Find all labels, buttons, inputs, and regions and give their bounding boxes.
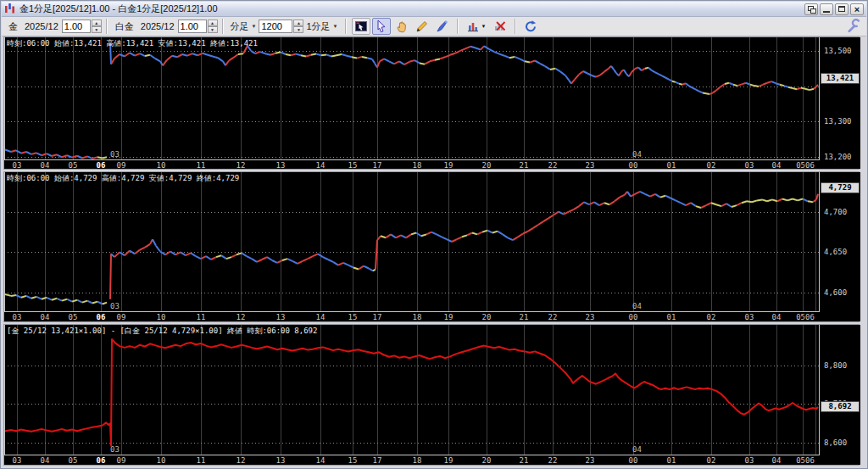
current-price-box: 4,729 — [821, 182, 860, 193]
chart-delete-button[interactable] — [491, 18, 509, 35]
pencil-draw-button[interactable] — [413, 18, 431, 35]
x-axis-label: 13 — [276, 456, 286, 465]
gold-ratio-input[interactable] — [62, 20, 91, 33]
chart-pane-2[interactable]: 時刻:06:00 始値:4,729 高値:4,729 安値:4,729 終値:4… — [3, 171, 860, 322]
spin-down-icon: ▼ — [293, 26, 303, 33]
minimize-button[interactable] — [820, 3, 833, 15]
platinum-label: 白金 — [115, 20, 134, 33]
platinum-contract-label[interactable]: 2025/12 — [141, 21, 175, 31]
x-axis-label: 01 — [667, 313, 676, 321]
price-plot[interactable] — [4, 37, 820, 160]
x-axis-label: 13 — [276, 161, 286, 170]
close-button[interactable]: × — [850, 3, 864, 15]
x-axis-label: 19 — [444, 456, 453, 465]
x-axis-label: 14 — [316, 456, 326, 465]
x-axis: 0304050609101112131415171819202122230001… — [4, 455, 820, 466]
y-axis-gutter: 4,7004,6504,6004,729 — [821, 172, 860, 321]
refresh-button[interactable] — [521, 18, 540, 35]
day-label: 04 — [632, 302, 642, 310]
gold-contract-label[interactable]: 2025/12 — [25, 21, 58, 31]
x-axis-label: 22 — [548, 456, 558, 465]
x-axis-label: 09 — [117, 161, 126, 170]
bar-chart-icon — [466, 20, 480, 33]
chevron-down-icon: ▼ — [252, 24, 257, 29]
x-axis-label: 18 — [413, 456, 422, 465]
pane-info-line: [金 25/12 13,421×1.00] - [白金 25/12 4,729×… — [7, 326, 317, 337]
bars-count-stepper[interactable]: ▲▼ — [293, 20, 303, 33]
cursor-select-button[interactable] — [372, 18, 391, 35]
toolbar-separator — [457, 19, 459, 34]
minimize-icon — [823, 11, 830, 13]
x-axis-label: 11 — [197, 456, 206, 465]
y-axis-label: 8,600 — [824, 438, 847, 447]
x-axis-label: 15 — [348, 161, 358, 170]
y-axis-label: 13,500 — [824, 47, 852, 55]
x-axis-label: 10 — [157, 313, 166, 321]
refresh-icon — [524, 20, 537, 33]
x-axis-label: 22 — [548, 161, 558, 170]
x-axis-label: 04 — [772, 313, 782, 321]
toolbar-separator — [106, 19, 108, 34]
toolbar-separator — [515, 19, 516, 34]
timeframe-dropdown[interactable]: 1分足▼ — [306, 20, 337, 33]
x-axis-label: 12 — [236, 161, 246, 170]
period-type-dropdown[interactable]: 分足▼ — [231, 20, 257, 33]
title-bar[interactable]: 金1分足[2025/12]1.00 - 白金1分足[2025/12]1.00 × — [2, 2, 866, 17]
x-axis-label: 06 — [97, 313, 106, 321]
y-axis-label: 13,200 — [824, 153, 852, 161]
x-axis-label: 23 — [586, 161, 595, 170]
chart-area: 時刻:06:00 始値:13,421 高値:13,421 安値:13,421 終… — [3, 36, 860, 466]
x-axis-label: 03 — [13, 161, 22, 170]
x-axis-label: 0506 — [796, 161, 815, 170]
spin-down-icon: ▼ — [208, 26, 218, 33]
x-axis-label: 04 — [41, 456, 50, 465]
day-label: 04 — [632, 445, 642, 454]
gold-ratio-stepper[interactable]: ▲▼ — [92, 20, 102, 33]
spin-up-icon: ▲ — [92, 20, 102, 26]
settings-wrench-button[interactable] — [847, 19, 861, 35]
maximize-button[interactable] — [835, 3, 849, 15]
day-label: 03 — [110, 445, 120, 454]
x-axis-label: 12 — [236, 456, 246, 465]
app-icon — [4, 2, 16, 17]
x-axis-label: 14 — [316, 161, 326, 170]
bars-count-input[interactable] — [259, 20, 292, 33]
platinum-ratio-stepper[interactable]: ▲▼ — [208, 20, 218, 33]
maximize-icon — [838, 6, 845, 12]
toolbar-separator — [345, 19, 347, 34]
chart-pane-1[interactable]: 時刻:06:00 始値:13,421 高値:13,421 安値:13,421 終… — [3, 36, 860, 170]
x-axis-label: 19 — [444, 161, 453, 170]
y-axis-gutter: 8,8008,7008,6008,692 — [821, 325, 860, 465]
x-axis-label: 03 — [745, 456, 754, 465]
current-price-box: 13,421 — [821, 73, 860, 84]
x-axis-label: 19 — [444, 313, 453, 321]
x-axis-label: 0506 — [796, 456, 815, 465]
chart-region-select-icon — [354, 20, 368, 33]
chevron-down-icon: ▼ — [481, 24, 487, 29]
chart-pane-3[interactable]: [金 25/12 13,421×1.00] - [白金 25/12 4,729×… — [3, 324, 860, 466]
x-axis-label: 13 — [276, 313, 286, 321]
x-axis-label: 00 — [629, 161, 638, 170]
cascade-windows-button[interactable] — [804, 3, 818, 15]
day-label: 04 — [632, 150, 642, 159]
chart-delete-icon — [493, 20, 507, 33]
pan-hand-button[interactable] — [392, 18, 411, 35]
pen-annotate-button[interactable] — [433, 18, 452, 35]
x-axis-label: 10 — [157, 456, 166, 465]
window-title: 金1分足[2025/12]1.00 - 白金1分足[2025/12]1.00 — [19, 3, 803, 15]
x-axis-label: 20 — [482, 456, 492, 465]
x-axis-label: 23 — [586, 313, 595, 321]
platinum-ratio-input[interactable] — [178, 20, 207, 33]
x-axis-label: 0506 — [796, 313, 815, 321]
x-axis-label: 03 — [745, 161, 754, 170]
x-axis-label: 00 — [629, 313, 638, 321]
x-axis-label: 01 — [667, 456, 676, 465]
cursor-icon — [375, 20, 388, 33]
price-plot[interactable] — [4, 325, 820, 455]
chart-region-select-button[interactable] — [352, 18, 370, 35]
chart-type-button[interactable]: ▼ — [464, 18, 489, 35]
x-axis-label: 03 — [13, 313, 22, 321]
pane-info-line: 時刻:06:00 始値:13,421 高値:13,421 安値:13,421 終… — [7, 38, 258, 49]
price-plot[interactable] — [4, 172, 820, 312]
x-axis-label: 09 — [117, 456, 126, 465]
